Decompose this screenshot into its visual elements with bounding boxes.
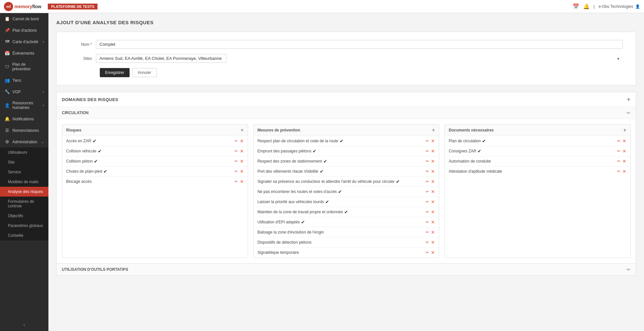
edit-icon[interactable]: ✏ (617, 169, 620, 174)
delete-icon[interactable]: ✕ (622, 148, 626, 154)
check-icon: ✔ (301, 219, 305, 225)
delete-icon[interactable]: ✕ (622, 138, 626, 144)
edit-icon[interactable]: ✏ (426, 220, 429, 224)
delete-icon[interactable]: ✕ (431, 209, 435, 215)
sidebar-item-formulaires[interactable]: Formulaires de controle (0, 197, 48, 211)
user-icon[interactable]: 👤 (635, 4, 640, 9)
delete-icon[interactable]: ✕ (431, 199, 435, 204)
edit-icon[interactable]: ✏ (235, 159, 238, 164)
calendar-icon[interactable]: 📅 (573, 3, 579, 9)
delete-icon[interactable]: ✕ (431, 189, 435, 194)
delete-icon[interactable]: ✕ (431, 219, 435, 225)
sidebar-item-objectifs[interactable]: Objectifs (0, 211, 48, 221)
sidebar-item-evenements[interactable]: 📅 Événements (0, 47, 48, 59)
edit-icon[interactable]: ✏ (426, 250, 429, 255)
page-title: AJOUT D'UNE ANALYSE DES RISQUES (56, 20, 636, 25)
edit-icon[interactable]: ✏ (426, 159, 429, 164)
delete-icon[interactable]: ✕ (431, 148, 435, 154)
add-document-button[interactable]: + (623, 127, 626, 133)
list-item: Balisage la zone d'évolution de l'engin … (254, 227, 439, 237)
edit-domain-outils-button[interactable]: ✏ (627, 267, 631, 272)
topbar-left: mf memoryflow PLATEFORME DE TESTS (4, 2, 98, 11)
sidebar-label-tiers: Tiers (12, 78, 21, 83)
domain-block-outils: UTILISATION D'OUTILS PORTATIFS ✏ (57, 263, 636, 275)
add-mesure-button[interactable]: + (432, 127, 435, 133)
sidebar-item-parametres[interactable]: Paramètres globaux (0, 221, 48, 231)
delete-icon[interactable]: ✕ (622, 169, 626, 174)
edit-icon[interactable]: ✏ (426, 210, 429, 214)
delete-icon[interactable]: ✕ (431, 138, 435, 144)
sidebar-label-administration: Administration (12, 140, 37, 144)
sidebar-item-carte[interactable]: 🗺 Carte d'activité › (0, 36, 48, 47)
edit-icon[interactable]: ✏ (426, 240, 429, 245)
edit-icon[interactable]: ✏ (617, 159, 620, 164)
save-button[interactable]: Enregistrer (100, 68, 130, 77)
col-title-documents: Documents nécessaires (449, 128, 493, 132)
sidebar-item-site[interactable]: Site (0, 157, 48, 167)
sidebar-item-plan-prevention[interactable]: 🛡 Plan de prévention (0, 59, 48, 75)
sidebar-item-utilisateurs[interactable]: Utilisateurs (0, 148, 48, 157)
sidebar-item-nomenclatures[interactable]: ☰ Nomenclatures (0, 125, 48, 136)
sidebar-item-carnet[interactable]: 📋 Carnet de bord (0, 13, 48, 25)
add-risque-button[interactable]: + (241, 127, 243, 133)
edit-icon[interactable]: ✏ (235, 169, 238, 174)
sidebar-item-corbeille[interactable]: Corbeille (0, 231, 48, 240)
edit-icon[interactable]: ✏ (426, 169, 429, 174)
delete-icon[interactable]: ✕ (431, 169, 435, 174)
edit-domain-circulation-button[interactable]: ✏ (627, 110, 631, 115)
sidebar-item-administration[interactable]: ⚙ Administration ⌄ (0, 136, 48, 148)
sidebar-item-notifications[interactable]: 🔔 Notifications (0, 113, 48, 125)
edit-icon[interactable]: ✏ (426, 179, 429, 184)
add-domain-button[interactable]: + (627, 96, 631, 103)
delete-icon[interactable]: ✕ (240, 159, 244, 164)
nom-input[interactable] (96, 40, 623, 49)
edit-icon[interactable]: ✏ (426, 139, 429, 143)
delete-icon[interactable]: ✕ (622, 159, 626, 164)
sidebar-label-vgp: VGP (12, 90, 21, 94)
sites-select[interactable]: Amiens Sud, EA Avrillé, EA Cholet, EA Po… (96, 54, 226, 63)
delete-icon[interactable]: ✕ (431, 250, 435, 255)
col-mesures: Mesures de prévention + Respect plan de … (253, 124, 439, 258)
delete-icon[interactable]: ✕ (240, 179, 244, 184)
delete-icon[interactable]: ✕ (431, 179, 435, 184)
list-item: Signaler sa présence au conducteur et at… (254, 177, 439, 187)
list-item: Utilisation d'EPI adaptés ✔ ✏✕ (254, 217, 439, 227)
edit-icon[interactable]: ✏ (426, 149, 429, 153)
edit-icon[interactable]: ✏ (235, 179, 238, 184)
list-item: Collision piéton ✔ ✏ ✕ (62, 156, 248, 166)
bell-icon[interactable]: 🔔 (583, 3, 590, 9)
user-name: e-Obs Technologies (599, 4, 633, 9)
edit-icon[interactable]: ✏ (426, 200, 429, 204)
sidebar-item-rh[interactable]: 👤 Ressources humaines › (0, 97, 48, 113)
edit-icon[interactable]: ✏ (426, 189, 429, 194)
edit-icon[interactable]: ✏ (617, 139, 620, 143)
list-item: Respect plan de circulation et code de l… (254, 136, 439, 146)
chevron-down-icon-admin: ⌄ (41, 140, 44, 144)
plan-actions-icon: 📌 (5, 28, 10, 33)
sidebar-collapse-btn[interactable]: ‹ (0, 319, 48, 331)
check-icon: ✔ (325, 199, 329, 204)
sidebar-item-service[interactable]: Service (0, 167, 48, 177)
edit-icon[interactable]: ✏ (235, 149, 238, 153)
delete-icon[interactable]: ✕ (431, 230, 435, 235)
sidebar-item-vgp[interactable]: 🔧 VGP › (0, 86, 48, 97)
sidebar-item-plan-actions[interactable]: 📌 Plan d'actions (0, 25, 48, 36)
delete-icon[interactable]: ✕ (240, 138, 244, 144)
delete-icon[interactable]: ✕ (240, 148, 244, 154)
sidebar-label-notifications: Notifications (12, 117, 34, 121)
delete-icon[interactable]: ✕ (431, 240, 435, 245)
edit-icon[interactable]: ✏ (617, 149, 620, 153)
sidebar-item-tiers[interactable]: 👥 Tiers (0, 75, 48, 86)
rh-icon: 👤 (5, 103, 10, 108)
cancel-button[interactable]: Annuler (132, 68, 157, 77)
col-title-mesures: Mesures de prévention (258, 128, 300, 132)
sidebar-item-analyse-risques[interactable]: Analyse des risques (0, 187, 48, 197)
delete-icon[interactable]: ✕ (240, 169, 244, 174)
logo-area: mf memoryflow (4, 2, 41, 11)
form-actions: Enregistrer Annuler (100, 68, 623, 77)
delete-icon[interactable]: ✕ (431, 159, 435, 164)
separator: | (594, 4, 595, 9)
edit-icon[interactable]: ✏ (426, 230, 429, 235)
sidebar-item-modeles-mails[interactable]: Modèles de mails (0, 177, 48, 187)
edit-icon[interactable]: ✏ (235, 139, 238, 143)
